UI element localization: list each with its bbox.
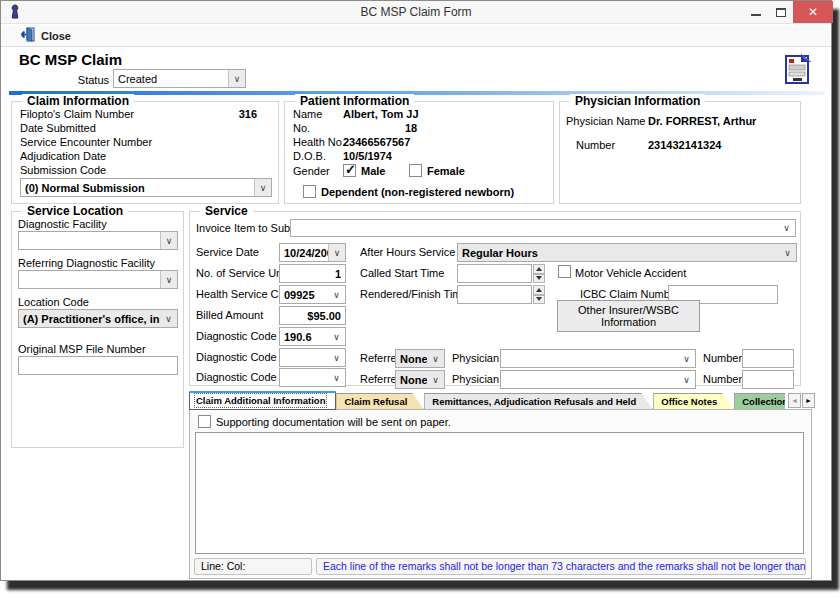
tab-claim-refusal[interactable]: Claim Refusal	[336, 393, 424, 410]
physician-information-title: Physician Information	[570, 94, 705, 108]
toolbar: Close	[1, 25, 831, 47]
number1-label: Number	[703, 352, 742, 364]
male-checkbox[interactable]	[343, 164, 356, 177]
service-date-combo[interactable]: 10/24/2007	[279, 243, 346, 262]
diag1-label: Diagnostic Code 1	[196, 330, 286, 342]
called-start-spinner[interactable]	[457, 264, 545, 283]
maximize-button[interactable]	[768, 1, 793, 23]
original-msp-label: Original MSP File Number	[18, 343, 146, 355]
physician-information-group: Physician Information Physician Name Dr.…	[559, 101, 801, 204]
page-title: BC MSP Claim	[19, 51, 122, 68]
physician-name-value: Dr. FORREST, Arthur	[648, 115, 756, 127]
chevron-down-icon	[427, 371, 444, 388]
chevron-down-icon	[328, 369, 345, 386]
minimize-button[interactable]	[743, 1, 768, 23]
dependent-checkbox[interactable]	[303, 185, 316, 198]
invoice-item-label: Invoice Item to Submit	[196, 222, 305, 234]
tab-scroll-buttons: ◄ ►	[787, 393, 815, 408]
diag1-value: 190.6	[280, 331, 328, 343]
diagnostic-facility-label: Diagnostic Facility	[18, 218, 107, 230]
maximize-icon	[776, 8, 786, 17]
referred1-value: None	[396, 353, 427, 365]
remarks-hint: Each line of the remarks shall not be lo…	[316, 558, 806, 575]
status-label: Status	[53, 74, 109, 86]
close-form-button[interactable]: Close	[19, 27, 71, 44]
health-code-combo[interactable]: 09925	[279, 285, 346, 304]
invoice-item-combo[interactable]	[290, 219, 796, 237]
units-input[interactable]	[279, 264, 346, 283]
spinner-buttons[interactable]	[533, 264, 545, 283]
referring-facility-label: Referring Diagnostic Facility	[18, 257, 155, 269]
submission-code-combo[interactable]: (0) Normal Submission	[20, 178, 272, 197]
female-checkbox[interactable]	[409, 164, 422, 177]
submission-code-value: (0) Normal Submission	[21, 182, 254, 194]
exit-door-icon	[19, 27, 35, 44]
tab-scroll-right-icon[interactable]: ►	[802, 393, 815, 408]
spinner-buttons[interactable]	[533, 285, 545, 304]
location-code-value: (A) Practitioner's office, in cor	[19, 313, 160, 325]
chevron-down-icon	[678, 350, 695, 367]
number1-input[interactable]	[742, 349, 794, 368]
spin-down-icon[interactable]	[533, 274, 545, 284]
line-col-status: Line: Col:	[194, 558, 312, 575]
tab-bar: Claim Additional Information Claim Refus…	[189, 391, 785, 410]
claim-number-value: 316	[217, 108, 257, 120]
diag2-combo[interactable]	[279, 348, 346, 367]
referring-facility-combo[interactable]	[18, 270, 178, 289]
status-combo[interactable]: Created	[113, 69, 246, 88]
patient-information-title: Patient Information	[295, 94, 414, 108]
physician1-label: Physician	[452, 352, 499, 364]
chevron-down-icon	[328, 349, 345, 366]
tab-scroll-left-icon[interactable]: ◄	[788, 393, 801, 408]
referred1-combo[interactable]: None	[395, 349, 445, 368]
referred2-value: None	[396, 374, 427, 386]
rendered-finish-label: Rendered/Finish Time	[360, 288, 468, 300]
rendered-finish-input[interactable]	[457, 285, 532, 304]
dob-label: D.O.B.	[293, 150, 326, 162]
claim-form-icon[interactable]	[784, 53, 812, 89]
diagnostic-facility-combo[interactable]	[18, 231, 178, 250]
physician2-combo[interactable]	[500, 370, 696, 389]
after-hours-combo[interactable]: Regular Hours	[457, 243, 797, 262]
remarks-textarea[interactable]	[195, 432, 804, 554]
called-start-input[interactable]	[457, 264, 532, 283]
number2-input[interactable]	[742, 370, 794, 389]
screen: BC MSP Claim Form Close BC MSP Claim Sta…	[0, 0, 840, 599]
patient-no-label: No.	[293, 122, 310, 134]
physician-number-value: 231432141324	[648, 139, 721, 151]
billed-input[interactable]	[279, 306, 346, 325]
diag1-combo[interactable]: 190.6	[279, 327, 346, 346]
diag2-label: Diagnostic Code 2	[196, 351, 286, 363]
chevron-down-icon	[328, 286, 345, 303]
health-no-label: Health No.	[293, 136, 345, 148]
close-form-label: Close	[41, 30, 71, 42]
physician1-combo[interactable]	[500, 349, 696, 368]
dependent-label: Dependent (non-registered newborn)	[321, 186, 514, 198]
physician-number-label: Number	[576, 139, 615, 151]
health-no-value: 23466567567	[343, 136, 410, 148]
spin-down-icon[interactable]	[533, 295, 545, 305]
claim-additional-information-panel: Supporting documentation will be sent on…	[189, 409, 812, 579]
tab-remittances[interactable]: Remittances, Adjudication Refusals and H…	[424, 393, 653, 410]
supporting-doc-checkbox[interactable]	[198, 415, 211, 428]
tab-claim-additional-information[interactable]: Claim Additional Information	[189, 391, 336, 410]
male-label: Male	[361, 165, 385, 177]
other-insurer-button[interactable]: Other Insurer/WSBC Information	[557, 300, 700, 332]
original-msp-input[interactable]	[18, 356, 178, 375]
location-code-combo[interactable]: (A) Practitioner's office, in cor	[18, 309, 178, 328]
chevron-down-icon	[778, 220, 795, 236]
supporting-doc-label: Supporting documentation will be sent on…	[216, 416, 451, 428]
window-title: BC MSP Claim Form	[1, 5, 831, 19]
physician-name-label: Physician Name	[566, 115, 645, 127]
close-window-button[interactable]	[793, 1, 833, 23]
mva-checkbox[interactable]	[558, 265, 571, 278]
referred2-combo[interactable]: None	[395, 370, 445, 389]
spin-up-icon[interactable]	[533, 285, 545, 295]
patient-no-value: 18	[405, 122, 417, 134]
rendered-finish-spinner[interactable]	[457, 285, 545, 304]
service-group: Service Invoice Item to Submit Service D…	[189, 211, 801, 386]
tab-collection-notes[interactable]: Collection Notes	[734, 393, 785, 410]
diag3-combo[interactable]	[279, 368, 346, 387]
tab-office-notes[interactable]: Office Notes	[653, 393, 734, 410]
spin-up-icon[interactable]	[533, 264, 545, 274]
